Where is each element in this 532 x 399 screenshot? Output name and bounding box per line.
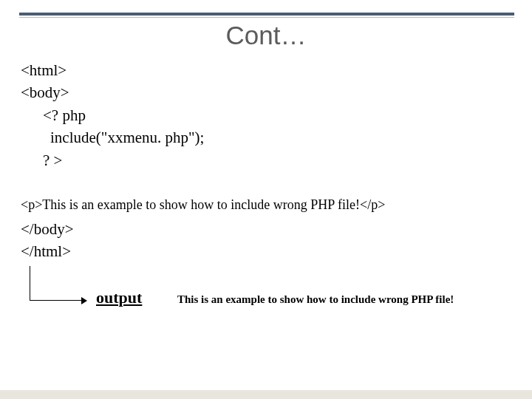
code-line: include("xxmenu. php"); — [21, 126, 204, 149]
output-text: This is an example to show how to includ… — [177, 293, 454, 306]
code-line: ? > — [21, 149, 204, 171]
code-close: </body> </html> — [21, 218, 74, 263]
footer-band — [0, 390, 532, 399]
code-block: <html> <body> <? php include("xxmenu. ph… — [21, 59, 204, 171]
arrow-right-icon — [81, 297, 87, 304]
arrow-connector — [30, 273, 87, 312]
code-line: </body> — [21, 218, 74, 240]
code-line: <body> — [21, 81, 204, 103]
slide-title: Cont… — [0, 21, 532, 50]
code-line: <? php — [21, 104, 204, 126]
header-rule — [19, 13, 514, 16]
output-label: output — [96, 288, 142, 307]
code-line: <p>This is an example to show how to inc… — [21, 197, 385, 213]
code-line: <html> — [21, 59, 204, 81]
code-line: </html> — [21, 240, 74, 262]
